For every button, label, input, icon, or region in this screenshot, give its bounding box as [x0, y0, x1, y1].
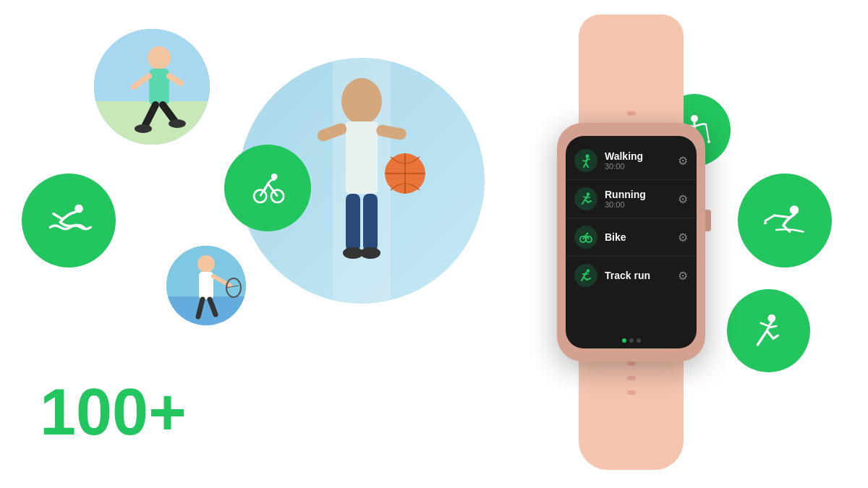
smartwatch: Walking 30:00 ⚙ — [477, 14, 825, 470]
side-button[interactable] — [705, 210, 711, 231]
bike-settings-icon[interactable]: ⚙ — [678, 231, 688, 244]
svg-rect-17 — [149, 69, 169, 105]
workout-item-walking[interactable]: Walking 30:00 ⚙ — [566, 142, 697, 180]
svg-point-22 — [135, 124, 152, 133]
svg-rect-3 — [346, 121, 378, 194]
svg-point-35 — [245, 166, 291, 211]
main-scene: 100+ — [0, 0, 868, 488]
walking-info: Walking 30:00 — [605, 150, 678, 171]
walking-name: Walking — [605, 150, 678, 163]
svg-rect-25 — [166, 296, 246, 325]
svg-point-16 — [148, 46, 171, 69]
track-run-info: Track run — [605, 270, 678, 282]
bike-icon-circle — [574, 226, 597, 249]
track-run-name: Track run — [605, 270, 678, 282]
running-name: Running — [605, 189, 678, 201]
band-hole-7 — [627, 376, 636, 380]
running-time: 30:00 — [605, 200, 678, 209]
bike-info: Bike — [605, 231, 678, 244]
workout-item-running[interactable]: Running 30:00 ⚙ — [566, 180, 697, 218]
dot-1 — [629, 338, 634, 343]
screen-nav-dots — [622, 338, 641, 343]
svg-point-33 — [44, 196, 93, 245]
running-icon-circle — [574, 187, 597, 210]
band-hole-6 — [627, 361, 636, 366]
band-hole-8 — [627, 390, 636, 395]
track-run-icon-circle — [574, 264, 597, 287]
dot-active — [622, 338, 626, 343]
tennis-photo-circle — [166, 246, 246, 325]
band-hole-3 — [627, 111, 636, 116]
workout-item-track-run[interactable]: Track run ⚙ — [566, 257, 697, 294]
watch-screen: Walking 30:00 ⚙ — [566, 136, 697, 348]
svg-point-23 — [169, 119, 186, 128]
svg-rect-10 — [363, 194, 378, 252]
bike-name: Bike — [605, 231, 678, 244]
bike-circle — [224, 145, 311, 231]
svg-point-53 — [587, 233, 589, 235]
walking-icon-circle — [574, 149, 597, 172]
walking-settings-icon[interactable]: ⚙ — [678, 154, 688, 168]
workout-item-bike[interactable]: Bike ⚙ — [566, 218, 697, 257]
svg-point-12 — [360, 247, 380, 259]
walking-time: 30:00 — [605, 162, 678, 171]
running-settings-icon[interactable]: ⚙ — [678, 192, 688, 206]
watch-body: Walking 30:00 ⚙ — [557, 123, 705, 361]
swim-circle — [22, 174, 116, 267]
dot-2 — [637, 338, 641, 343]
svg-point-1 — [341, 78, 382, 124]
activity-count-badge: 100+ — [40, 380, 187, 445]
svg-rect-27 — [199, 272, 213, 299]
svg-point-26 — [197, 255, 215, 273]
track-run-settings-icon[interactable]: ⚙ — [678, 269, 688, 283]
runner-photo-circle — [94, 29, 210, 145]
svg-point-11 — [343, 247, 363, 259]
workout-list: Walking 30:00 ⚙ — [566, 136, 697, 300]
svg-rect-9 — [346, 194, 360, 252]
running-info: Running 30:00 — [605, 189, 678, 210]
